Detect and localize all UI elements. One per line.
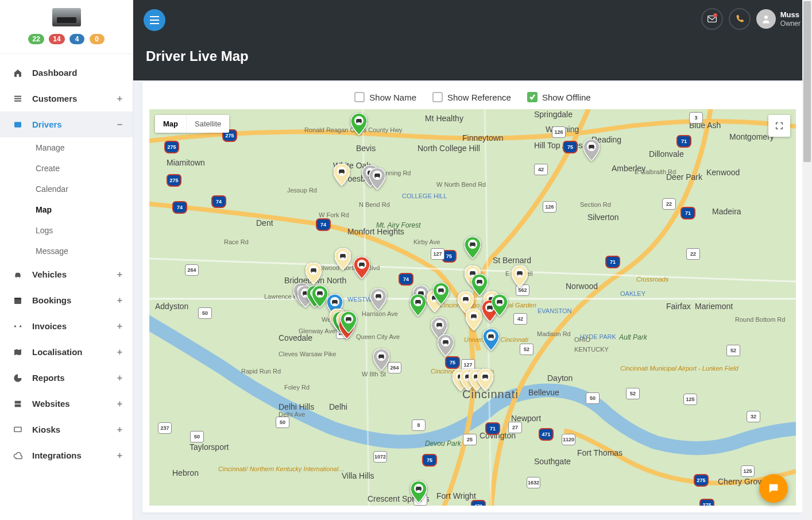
- sidebar-nav: Dashboard Customers + Drivers − Manage C…: [0, 54, 133, 468]
- driver-pin[interactable]: [354, 257, 370, 279]
- driver-pin[interactable]: [466, 309, 482, 330]
- nav-localisation-label: Localisation: [32, 347, 83, 357]
- list-icon: [11, 94, 24, 103]
- car-icon: [11, 270, 24, 279]
- driver-pin[interactable]: [438, 334, 454, 356]
- nav-vehicles[interactable]: Vehicles +: [0, 261, 133, 287]
- plus-icon: +: [117, 373, 122, 383]
- driver-pin[interactable]: [335, 248, 351, 270]
- nav-localisation[interactable]: Localisation +: [0, 339, 133, 365]
- sidebar-logo-wrap: [0, 0, 133, 33]
- driver-pin[interactable]: [512, 265, 528, 287]
- nav-drivers-manage[interactable]: Manage: [0, 137, 133, 158]
- id-card-icon: [11, 120, 24, 129]
- show-offline-checkbox[interactable]: Show Offline: [527, 92, 591, 102]
- nav-drivers[interactable]: Drivers −: [0, 111, 133, 137]
- nav-drivers-map[interactable]: Map: [0, 199, 133, 220]
- menu-toggle-button[interactable]: [144, 9, 165, 31]
- map-icon: [11, 348, 24, 357]
- plus-icon: +: [117, 94, 122, 104]
- messages-button[interactable]: [701, 8, 723, 30]
- plus-icon: +: [117, 450, 122, 461]
- driver-pin[interactable]: [334, 164, 350, 186]
- brand-logo[interactable]: [52, 8, 81, 26]
- driver-pin[interactable]: [306, 263, 322, 284]
- main: Muss Owner Driver Live Map Show Name Sho…: [133, 0, 812, 520]
- map-canvas[interactable]: Mt HealthySpringdaleWyomingReadingBlue A…: [149, 109, 796, 506]
- scrollbar[interactable]: [802, 0, 812, 520]
- driver-pin[interactable]: [312, 286, 328, 307]
- show-reference-checkbox[interactable]: Show Reference: [432, 92, 511, 102]
- plus-icon: +: [117, 269, 122, 280]
- nav-customers[interactable]: Customers +: [0, 86, 133, 111]
- notification-dot-icon: [713, 13, 717, 17]
- nav-reports[interactable]: Reports +: [0, 365, 133, 391]
- badge-pending[interactable]: 0: [90, 34, 105, 44]
- nav-dashboard[interactable]: Dashboard: [0, 60, 133, 86]
- chat-fab-button[interactable]: [759, 474, 788, 503]
- driver-pin[interactable]: [370, 288, 386, 310]
- nav-integrations-label: Integrations: [32, 450, 82, 460]
- nav-customers-label: Customers: [32, 94, 77, 103]
- svg-rect-7: [15, 404, 21, 407]
- user-menu[interactable]: Muss Owner: [756, 9, 801, 29]
- plus-icon: +: [117, 321, 122, 332]
- svg-point-13: [764, 16, 768, 19]
- map-filter-row: Show Name Show Reference Show Offline: [149, 92, 796, 102]
- plus-icon: +: [117, 399, 122, 409]
- nav-drivers-create[interactable]: Create: [0, 158, 133, 179]
- driver-pin[interactable]: [410, 294, 426, 316]
- tablet-icon: [11, 425, 24, 434]
- driver-pin[interactable]: [373, 349, 389, 371]
- driver-pin[interactable]: [351, 113, 367, 135]
- svg-rect-1: [14, 98, 21, 99]
- checkbox-icon: [432, 92, 443, 102]
- show-offline-label: Show Offline: [542, 93, 591, 102]
- checkbox-checked-icon: [527, 92, 538, 102]
- nav-websites[interactable]: Websites +: [0, 391, 133, 417]
- driver-pin[interactable]: [433, 283, 449, 305]
- scrollbar-thumb[interactable]: [803, 1, 811, 162]
- nav-kiosks-label: Kiosks: [32, 425, 60, 434]
- badge-onjob[interactable]: 4: [69, 34, 84, 44]
- driver-pin[interactable]: [583, 139, 600, 161]
- svg-rect-5: [14, 298, 21, 299]
- scales-icon: [11, 322, 24, 331]
- nav-kiosks[interactable]: Kiosks +: [0, 417, 133, 442]
- nav-integrations[interactable]: Integrations +: [0, 442, 133, 468]
- nav-drivers-calendar[interactable]: Calendar: [0, 179, 133, 199]
- nav-drivers-label: Drivers: [32, 120, 62, 129]
- show-name-checkbox[interactable]: Show Name: [354, 92, 416, 102]
- driver-pin[interactable]: [477, 369, 493, 391]
- nav-bookings-label: Bookings: [32, 295, 71, 305]
- driver-pin[interactable]: [341, 311, 357, 333]
- plus-icon: +: [117, 347, 122, 357]
- nav-drivers-message[interactable]: Message: [0, 241, 133, 261]
- driver-pin[interactable]: [483, 329, 499, 350]
- nav-bookings[interactable]: Bookings +: [0, 287, 133, 313]
- user-role: Owner: [780, 20, 801, 28]
- checkbox-icon: [354, 92, 365, 102]
- driver-pin[interactable]: [411, 481, 427, 503]
- nav-reports-label: Reports: [32, 373, 65, 383]
- map-background: Mt HealthySpringdaleWyomingReadingBlue A…: [149, 109, 796, 506]
- calls-button[interactable]: [729, 8, 751, 30]
- map-type-toggle: Map Satellite: [155, 115, 229, 133]
- user-text: Muss Owner: [780, 10, 801, 28]
- user-name: Muss: [780, 10, 801, 20]
- nav-drivers-logs[interactable]: Logs: [0, 220, 133, 241]
- map-type-map[interactable]: Map: [155, 115, 186, 133]
- map-type-satellite[interactable]: Satellite: [186, 115, 229, 133]
- badge-online[interactable]: 22: [28, 34, 44, 44]
- nav-drivers-sub: Manage Create Calendar Map Logs Message: [0, 137, 133, 261]
- driver-pin[interactable]: [492, 294, 508, 316]
- driver-pin[interactable]: [465, 237, 481, 259]
- nav-invoices-label: Invoices: [32, 321, 67, 331]
- driver-pin[interactable]: [369, 168, 385, 190]
- fullscreen-button[interactable]: [768, 115, 790, 137]
- plus-icon: +: [117, 425, 122, 435]
- badge-busy[interactable]: 14: [49, 34, 64, 44]
- plus-icon: +: [117, 295, 122, 306]
- nav-invoices[interactable]: Invoices +: [0, 313, 133, 339]
- calendar-icon: [11, 296, 24, 305]
